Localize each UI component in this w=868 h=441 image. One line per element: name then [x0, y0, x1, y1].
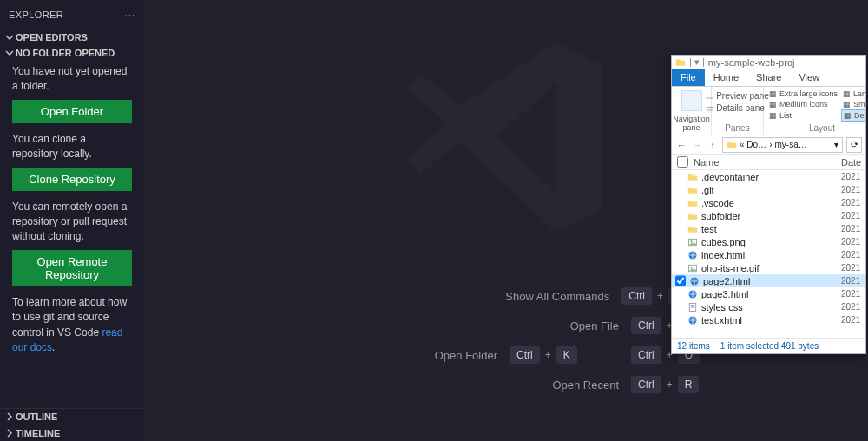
section-outline[interactable]: OUTLINE: [0, 408, 144, 425]
back-icon[interactable]: ←: [675, 140, 687, 150]
file-name: page2.html: [703, 276, 838, 286]
layout-large[interactable]: ▦Large: [841, 89, 866, 99]
explorer-title: EXPLORER: [9, 10, 63, 20]
file-date: 2021: [841, 172, 865, 181]
file-row[interactable]: cubes.png2021: [672, 235, 865, 248]
layout-small[interactable]: ▦Small: [841, 99, 866, 109]
key-r: R: [678, 376, 700, 393]
layout-list[interactable]: ▦List: [767, 109, 839, 122]
row-checkbox[interactable]: [675, 275, 686, 286]
file-row[interactable]: index.html2021: [672, 248, 865, 261]
file-row[interactable]: page2.html2021: [672, 274, 865, 287]
open-remote-repository-button[interactable]: Open Remote Repository: [12, 250, 132, 286]
refresh-icon[interactable]: ⟳: [846, 137, 862, 153]
sb-text: You can remotely open a repository or pu…: [12, 200, 132, 245]
layout-extra-large-icons[interactable]: ▦Extra large icons: [767, 89, 839, 99]
shortcut-list: Show All CommandsCtrl+Shift+POpen FileCt…: [272, 281, 740, 399]
vscode-logo-icon: [393, 24, 619, 253]
file-row[interactable]: .vscode2021: [672, 196, 865, 209]
forward-icon[interactable]: →: [691, 140, 703, 150]
file-name: test: [701, 224, 838, 234]
no-folder-label: NO FOLDER OPENED: [16, 48, 115, 58]
file-date: 2021: [841, 302, 865, 312]
file-date: 2021: [841, 211, 865, 220]
file-row[interactable]: oho-its-me.gif2021: [672, 261, 865, 274]
preview-pane-toggle[interactable]: ▭Preview pane: [704, 90, 771, 102]
up-icon[interactable]: ↑: [707, 140, 719, 150]
window-title: my-sample-web-proj: [708, 57, 795, 68]
section-no-folder[interactable]: NO FOLDER OPENED: [0, 45, 144, 61]
sb-text: To learn more about how to use git and s…: [12, 295, 132, 356]
file-date: 2021: [841, 198, 865, 207]
shortcut-row: Open FolderCtrl+KCtrl+O: [272, 340, 740, 370]
more-icon[interactable]: ···: [124, 8, 135, 22]
file-list-header[interactable]: Name Date: [672, 155, 865, 170]
file-name: .devcontainer: [701, 172, 838, 182]
file-name: .vscode: [701, 198, 838, 208]
file-date: 2021: [841, 289, 865, 299]
section-timeline[interactable]: TIMELINE: [0, 425, 144, 441]
key-ctrl: Ctrl: [631, 317, 661, 334]
window-titlebar[interactable]: | ▾ | my-sample-web-proj: [672, 56, 865, 69]
chevron-down-icon: [3, 33, 16, 42]
details-pane-toggle[interactable]: ▭Details pane: [704, 102, 771, 114]
file-list: .devcontainer2021.git2021.vscode2021subf…: [672, 170, 865, 338]
file-row[interactable]: .devcontainer2021: [672, 170, 865, 183]
key-ctrl: Ctrl: [621, 287, 652, 305]
file-row[interactable]: page3.html2021: [672, 287, 865, 300]
file-row[interactable]: .git2021: [672, 183, 865, 196]
tab-share[interactable]: Share: [747, 69, 790, 86]
clone-repository-button[interactable]: Clone Repository: [12, 168, 132, 191]
file-date: 2021: [841, 185, 865, 194]
open-folder-button[interactable]: Open Folder: [12, 100, 132, 123]
file-row[interactable]: subfolder2021: [672, 209, 865, 222]
open-editors-label: OPEN EDITORS: [16, 32, 88, 43]
navigation-pane-button[interactable]: [681, 90, 702, 111]
folder-icon: [727, 140, 737, 150]
ribbon: Navigation pane ▭Preview pane ▭Details p…: [672, 87, 865, 135]
tab-home[interactable]: Home: [705, 69, 747, 86]
breadcrumb[interactable]: « Do…› my-sa… ▾: [722, 137, 843, 153]
file-date: 2021: [841, 250, 865, 260]
status-bar: 12 items 1 item selected 491 bytes: [672, 338, 865, 353]
shortcut-label: Open Folder: [435, 349, 497, 362]
key-k: K: [556, 346, 577, 364]
sb-text: You can clone a repository locally.: [12, 132, 132, 162]
file-row[interactable]: test2021: [672, 222, 865, 235]
file-row[interactable]: styles.css2021: [672, 300, 865, 313]
file-date: 2021: [841, 276, 865, 286]
select-all-checkbox[interactable]: [677, 156, 688, 168]
layout-medium-icons[interactable]: ▦Medium icons: [767, 99, 839, 109]
shortcut-label: Open Recent: [552, 378, 619, 392]
address-bar: ← → ↑ « Do…› my-sa… ▾ ⟳: [672, 135, 865, 155]
explorer-sidebar: EXPLORER ··· OPEN EDITORS NO FOLDER OPEN…: [0, 0, 144, 441]
key-ctrl: Ctrl: [631, 346, 661, 364]
file-name: index.html: [701, 250, 838, 260]
item-count: 12 items: [677, 341, 710, 351]
key-ctrl: Ctrl: [631, 376, 661, 393]
chevron-right-icon: [5, 411, 14, 423]
key-ctrl: Ctrl: [510, 346, 540, 364]
file-name: page3.html: [701, 289, 838, 299]
tab-file[interactable]: File: [672, 69, 705, 86]
file-explorer-window[interactable]: | ▾ | my-sample-web-proj FileHomeShareVi…: [671, 55, 866, 354]
file-name: subfolder: [701, 211, 838, 221]
layout-detail[interactable]: ▦Detail: [841, 109, 866, 122]
file-row[interactable]: test.xhtml2021: [672, 313, 865, 326]
file-date: 2021: [841, 224, 865, 234]
column-name[interactable]: Name: [694, 157, 836, 168]
file-name: oho-its-me.gif: [701, 263, 838, 273]
tab-view[interactable]: View: [790, 69, 828, 86]
shortcut-row: Open FileCtrl+O: [272, 311, 740, 340]
chevron-right-icon: [5, 427, 14, 439]
ribbon-group-panes: ▭Preview pane ▭Details pane Panes: [712, 87, 764, 135]
ribbon-tabs: FileHomeShareView: [672, 69, 865, 87]
shortcut-label: Open File: [570, 319, 619, 332]
file-date: 2021: [841, 263, 865, 273]
chevron-down-icon: [3, 49, 16, 57]
section-open-editors[interactable]: OPEN EDITORS: [0, 30, 144, 45]
selection-info: 1 item selected 491 bytes: [720, 341, 819, 351]
folder-icon: [675, 57, 686, 68]
column-date[interactable]: Date: [841, 157, 865, 168]
shortcut-row: Show All CommandsCtrl+Shift+P: [272, 281, 740, 311]
